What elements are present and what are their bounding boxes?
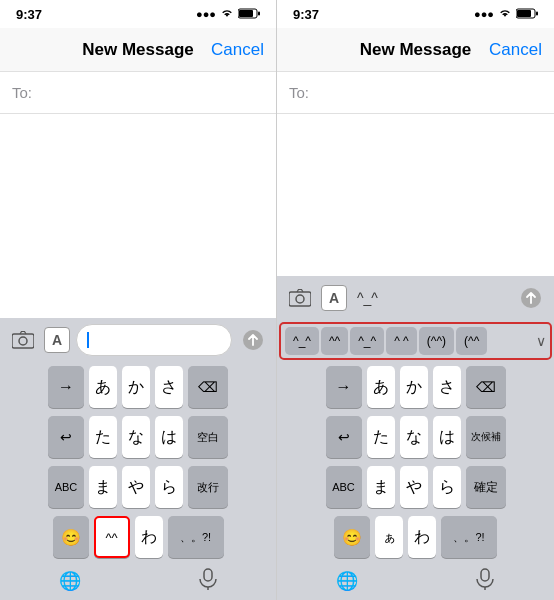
keyboard-left: A → あ か さ ⌫ ↩ た な は 空白 [0, 318, 276, 600]
key-ma-right[interactable]: ま [367, 466, 395, 508]
key-ta-left[interactable]: た [89, 416, 117, 458]
chip-face1[interactable]: ^_^ [285, 327, 319, 355]
key-emoji-face-left[interactable]: ^^ [94, 516, 130, 558]
key-na-left[interactable]: な [122, 416, 150, 458]
to-field-right[interactable]: To: [277, 72, 554, 114]
svg-rect-2 [258, 11, 260, 15]
key-next-candidate-right[interactable]: 次候補 [466, 416, 506, 458]
kb-row-1-left: → あ か さ ⌫ [3, 366, 273, 408]
key-ya-left[interactable]: や [122, 466, 150, 508]
key-ra-left[interactable]: ら [155, 466, 183, 508]
mic-icon-left[interactable] [198, 568, 218, 594]
input-row-right: A ^_^ [277, 276, 554, 320]
key-na-right[interactable]: な [400, 416, 428, 458]
key-ha-left[interactable]: は [155, 416, 183, 458]
nav-title-left: New Message [82, 40, 194, 60]
key-ma-left[interactable]: ま [89, 466, 117, 508]
key-newline-left[interactable]: 改行 [188, 466, 228, 508]
key-sa-right[interactable]: さ [433, 366, 461, 408]
chip-face5[interactable]: (^^) [419, 327, 454, 355]
key-emoji-left[interactable]: 😊 [53, 516, 89, 558]
svg-rect-11 [289, 292, 311, 306]
status-bar-right: 9:37 ●●● [277, 0, 554, 28]
key-ra-right[interactable]: ら [433, 466, 461, 508]
key-wa-left[interactable]: わ [135, 516, 163, 558]
text-input-left[interactable] [76, 324, 232, 356]
bottom-bar-left: 🌐 [0, 566, 276, 600]
key-ta-right[interactable]: た [367, 416, 395, 458]
cancel-button-left[interactable]: Cancel [211, 40, 264, 60]
key-abc-right[interactable]: ABC [326, 466, 362, 508]
wifi-icon-left [220, 8, 234, 20]
chip-face6[interactable]: (^^ [456, 327, 487, 355]
kb-row-3-left: ABC ま や ら 改行 [3, 466, 273, 508]
text-icon-left[interactable]: A [44, 327, 70, 353]
nav-title-right: New Message [360, 40, 472, 60]
mic-icon-right[interactable] [475, 568, 495, 594]
camera-icon-left[interactable] [8, 325, 38, 355]
kb-rows-left: → あ か さ ⌫ ↩ た な は 空白 ABC ま や ら 改行 [0, 362, 276, 562]
key-arrow-left[interactable]: → [48, 366, 84, 408]
key-space-left[interactable]: 空白 [188, 416, 228, 458]
key-ka-left[interactable]: か [122, 366, 150, 408]
cancel-button-right[interactable]: Cancel [489, 40, 542, 60]
svg-rect-3 [12, 334, 34, 348]
key-delete-right[interactable]: ⌫ [466, 366, 506, 408]
emoji-suggestions-row-right: ^_^ ^^ ^_^ ^ ^ (^^) (^^ ∨ [279, 322, 552, 360]
key-a-right[interactable]: あ [367, 366, 395, 408]
expand-icon-right[interactable]: ∨ [536, 333, 546, 349]
kb-row-4-left: 😊 ^^ わ 、。?! [3, 516, 273, 558]
signal-icon-right: ●●● [474, 8, 494, 20]
chip-face3[interactable]: ^_^ [350, 327, 384, 355]
bottom-bar-right: 🌐 [277, 566, 554, 600]
key-small-a-right[interactable]: ぁ [375, 516, 403, 558]
message-area-right[interactable] [277, 114, 554, 276]
svg-rect-1 [239, 10, 253, 17]
chip-face4[interactable]: ^ ^ [386, 327, 417, 355]
signal-icon-left: ●●● [196, 8, 216, 20]
key-punct-right[interactable]: 、。?! [441, 516, 497, 558]
globe-icon-left[interactable]: 🌐 [59, 570, 81, 592]
svg-rect-9 [517, 10, 531, 17]
nav-bar-right: New Message Cancel [277, 28, 554, 72]
status-icons-left: ●●● [196, 8, 260, 21]
battery-icon-left [238, 8, 260, 21]
svg-point-4 [19, 337, 27, 345]
send-icon-right[interactable] [516, 283, 546, 313]
key-ka-right[interactable]: か [400, 366, 428, 408]
to-field-left[interactable]: To: [0, 72, 276, 114]
kb-row-2-left: ↩ た な は 空白 [3, 416, 273, 458]
svg-rect-6 [204, 569, 212, 581]
status-time-right: 9:37 [293, 7, 319, 22]
key-punct-left[interactable]: 、。?! [168, 516, 224, 558]
key-delete-left[interactable]: ⌫ [188, 366, 228, 408]
key-ya-right[interactable]: や [400, 466, 428, 508]
to-label-left: To: [12, 84, 32, 101]
suggestion-label-right: ^_^ [353, 282, 510, 314]
key-arrow-right[interactable]: → [326, 366, 362, 408]
key-return-right[interactable]: ↩ [326, 416, 362, 458]
svg-rect-14 [481, 569, 489, 581]
keyboard-right: A ^_^ ^_^ ^^ ^_^ ^ ^ (^^) (^^ ∨ → あ か [277, 276, 554, 600]
to-label-right: To: [289, 84, 309, 101]
key-confirm-right[interactable]: 確定 [466, 466, 506, 508]
kb-row-4-right: 😊 ぁ わ 、。?! [280, 516, 551, 558]
key-return-left[interactable]: ↩ [48, 416, 84, 458]
message-area-left[interactable] [0, 114, 276, 318]
key-ha-right[interactable]: は [433, 416, 461, 458]
key-sa-left[interactable]: さ [155, 366, 183, 408]
status-icons-right: ●●● [474, 8, 538, 21]
camera-icon-right[interactable] [285, 283, 315, 313]
chip-face2[interactable]: ^^ [321, 327, 348, 355]
key-emoji-right[interactable]: 😊 [334, 516, 370, 558]
globe-icon-right[interactable]: 🌐 [336, 570, 358, 592]
battery-icon-right [516, 8, 538, 21]
text-icon-right[interactable]: A [321, 285, 347, 311]
kb-row-3-right: ABC ま や ら 確定 [280, 466, 551, 508]
wifi-icon-right [498, 8, 512, 20]
key-a-left[interactable]: あ [89, 366, 117, 408]
send-icon-left[interactable] [238, 325, 268, 355]
kb-rows-right: → あ か さ ⌫ ↩ た な は 次候補 ABC ま や ら 確定 [277, 362, 554, 562]
key-wa-right[interactable]: わ [408, 516, 436, 558]
key-abc-left[interactable]: ABC [48, 466, 84, 508]
